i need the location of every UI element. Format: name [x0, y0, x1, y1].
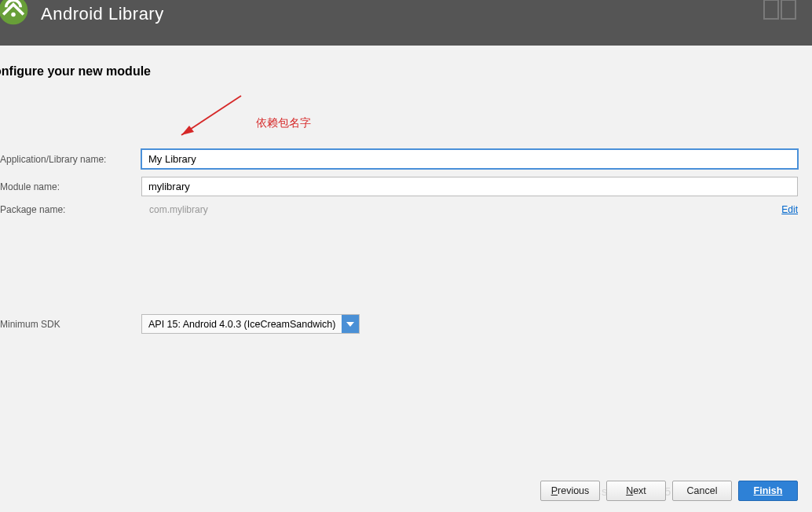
module-name-input[interactable]: [141, 177, 798, 196]
dropdown-button[interactable]: [342, 315, 359, 333]
app-name-input[interactable]: [141, 149, 798, 169]
package-edit-link[interactable]: Edit: [781, 204, 798, 215]
annotation-layer: 依赖包名字: [0, 105, 798, 149]
package-name-row: Package name: com.mylibrary Edit: [0, 204, 798, 215]
annotation-text: 依赖包名字: [256, 116, 311, 130]
cancel-button[interactable]: Cancel: [672, 481, 732, 501]
header-title: Android Library: [41, 4, 164, 24]
header-decoration-icon: [763, 0, 800, 20]
chevron-down-icon: [346, 322, 354, 327]
app-name-label: Application/Library name:: [0, 154, 141, 165]
wizard-button-bar: Previous Next Cancel Finish: [540, 481, 798, 501]
module-name-label: Module name:: [0, 181, 141, 192]
module-name-row: Module name:: [0, 177, 798, 196]
next-button[interactable]: Next: [606, 481, 666, 501]
page-title: onfigure your new module: [0, 64, 798, 79]
svg-rect-3: [781, 0, 796, 19]
finish-button[interactable]: Finish: [738, 481, 798, 501]
svg-marker-5: [181, 126, 194, 135]
package-name-label: Package name:: [0, 204, 141, 215]
svg-point-1: [11, 13, 16, 17]
wizard-content: onfigure your new module 依赖包名字 Applicati…: [0, 46, 812, 334]
previous-button[interactable]: Previous: [540, 481, 600, 501]
annotation-arrow-icon: [169, 91, 247, 146]
min-sdk-value: API 15: Android 4.0.3 (IceCreamSandwich): [142, 315, 342, 333]
min-sdk-select[interactable]: API 15: Android 4.0.3 (IceCreamSandwich): [141, 314, 360, 334]
header-left: Android Library: [0, 0, 164, 30]
min-sdk-row: Minimum SDK API 15: Android 4.0.3 (IceCr…: [0, 314, 798, 334]
package-name-value: com.mylibrary: [141, 204, 781, 215]
svg-rect-2: [764, 0, 778, 19]
min-sdk-label: Minimum SDK: [0, 319, 141, 330]
wizard-header: Android Library: [0, 0, 812, 46]
app-name-row: Application/Library name:: [0, 149, 798, 169]
android-studio-icon: [0, 0, 33, 30]
